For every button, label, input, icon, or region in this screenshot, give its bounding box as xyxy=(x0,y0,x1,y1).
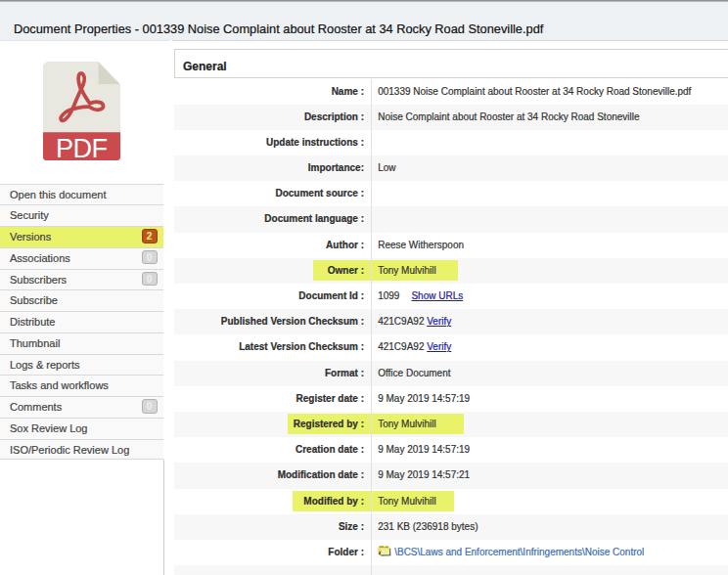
svg-text:PDF: PDF xyxy=(56,133,108,160)
